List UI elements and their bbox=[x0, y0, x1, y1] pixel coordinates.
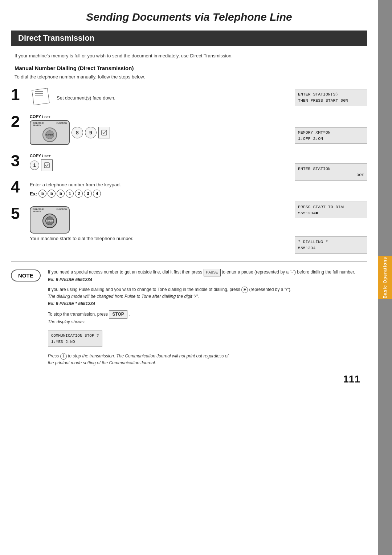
step-1-content: Set document(s) face down. bbox=[30, 85, 287, 106]
stop-key: STOP bbox=[109, 310, 127, 319]
sidebar-highlight: Basic Operations bbox=[378, 256, 392, 299]
steps-right: ENTER STATION(S) THEN PRESS START 00% ME… bbox=[295, 85, 367, 254]
machine-step5: DIRECTORYSEARCH FUNCTION START bbox=[30, 206, 70, 234]
document-icon bbox=[30, 88, 52, 106]
intro-text: If your machine's memory is full or you … bbox=[0, 53, 378, 65]
step-2: 2 COPY / SET DIRECTORYSEARCH FUNCTION bbox=[11, 112, 287, 145]
lcd-step1: ENTER STATION(S) THEN PRESS START 00% bbox=[295, 89, 367, 106]
step-4-content: Enter a telephone number from the keypad… bbox=[30, 178, 287, 198]
circle-1-icon: 1 bbox=[60, 353, 67, 360]
dial-ring: START bbox=[42, 127, 57, 142]
sub-intro: To dial the telephone number manually, f… bbox=[0, 74, 378, 85]
machine-label-dir: DIRECTORYSEARCH bbox=[33, 122, 44, 126]
step-5-text: Your machine starts to dial the telephon… bbox=[30, 236, 287, 241]
ex-pause-1: Ex: 9 PAUSE 5551234 bbox=[48, 277, 93, 282]
note-item-3: To stop the transmission, press STOP . T… bbox=[48, 310, 367, 325]
svg-rect-1 bbox=[44, 163, 49, 168]
note-2-italic1: The dialling mode will be changed from P… bbox=[48, 294, 199, 299]
step-2-number: 2 bbox=[11, 114, 30, 130]
step-5-content: DIRECTORYSEARCH FUNCTION START Your mach… bbox=[30, 204, 287, 241]
lcd-step4: PRESS START TO DIAL 5551234■ bbox=[295, 202, 367, 219]
step-1: 1 Set document(s) face down. bbox=[11, 85, 287, 106]
note-item-1: If you need a special access number to g… bbox=[48, 269, 367, 284]
step-4-ex-digits: 5 5 5 1 2 3 4 bbox=[38, 190, 101, 198]
machine-label-func: FUNCTION bbox=[57, 122, 67, 126]
machine5-func-label: FUNCTION bbox=[57, 208, 67, 212]
ex-digit-3: 3 bbox=[84, 190, 92, 198]
key-set[interactable] bbox=[98, 127, 110, 138]
step-3-content: COPY / SET 1 bbox=[30, 151, 287, 171]
ex-pause-2: Ex: 9 PAUSE * 5551234 bbox=[48, 301, 95, 306]
machine5-dir-label: DIRECTORYSEARCH bbox=[33, 208, 44, 212]
page-number: 111 bbox=[0, 370, 378, 392]
page-title: Sending Documents via Telephone Line bbox=[0, 0, 378, 31]
lcd-step3: ENTER STATION 00% bbox=[295, 163, 367, 181]
subsection-title: Manual Number Dialling (Direct Transmiss… bbox=[0, 65, 378, 74]
step-3: 3 COPY / SET 1 bbox=[11, 151, 287, 171]
key-9[interactable]: 9 bbox=[85, 127, 97, 138]
lcd-step2: MEMORY XMT=ON 1:OFF 2:ON bbox=[295, 127, 367, 144]
step-4: 4 Enter a telephone number from the keyp… bbox=[11, 178, 287, 198]
comm-stop-lcd: COMMUNICATION STOP ? 1:YES 2:NO bbox=[48, 331, 102, 347]
divider bbox=[11, 261, 367, 262]
note-content: If you need a special access number to g… bbox=[48, 269, 367, 370]
section-header: Direct Transmission bbox=[11, 31, 367, 46]
step-1-text: Set document(s) face down. bbox=[57, 95, 115, 101]
steps-left: 1 Set document(s) face down. bbox=[11, 85, 295, 254]
svg-rect-0 bbox=[102, 130, 107, 135]
note-label: NOTE bbox=[11, 270, 41, 281]
key-set-3[interactable] bbox=[41, 159, 53, 171]
ex-digit-4: 4 bbox=[93, 190, 101, 198]
lcd-step5: * DIALLING * 5551234 bbox=[295, 236, 367, 254]
step-4-text: Enter a telephone number from the keypad… bbox=[30, 182, 287, 187]
step-3-keys: 1 bbox=[30, 159, 287, 171]
note-final: Press 1 to stop the transmission. The Co… bbox=[48, 353, 367, 366]
key-1[interactable]: 1 bbox=[30, 161, 39, 170]
machine5-dial: START bbox=[42, 214, 57, 228]
ex-digit-5c: 5 bbox=[57, 190, 65, 198]
sidebar-tab: Basic Operations bbox=[378, 0, 392, 555]
step-4-ex-label: Ex: bbox=[30, 191, 37, 197]
sidebar-label: Basic Operations bbox=[383, 257, 388, 299]
note-3-italic: The display shows: bbox=[48, 319, 85, 324]
machine-step2: DIRECTORYSEARCH FUNCTION START bbox=[30, 120, 70, 145]
dial-center: START bbox=[45, 130, 54, 139]
ex-digit-5b: 5 bbox=[48, 190, 56, 198]
step-5: 5 DIRECTORYSEARCH FUNCTION START bbox=[11, 204, 287, 241]
key-8[interactable]: 8 bbox=[72, 127, 83, 138]
ex-digit-1: 1 bbox=[66, 190, 74, 198]
step-2-label: COPY / SET bbox=[30, 114, 287, 119]
ex-digit-5a: 5 bbox=[38, 190, 46, 198]
step-3-label: COPY / SET bbox=[30, 154, 287, 158]
step-4-number: 4 bbox=[11, 179, 30, 195]
machine5-start: START bbox=[45, 216, 54, 225]
step-2-content: COPY / SET DIRECTORYSEARCH FUNCTION bbox=[30, 112, 287, 145]
step-2-keys: DIRECTORYSEARCH FUNCTION START bbox=[30, 120, 287, 145]
step-5-number: 5 bbox=[11, 206, 30, 222]
star-button-icon: ✱ bbox=[241, 287, 248, 293]
step-3-number: 3 bbox=[11, 153, 30, 169]
pause-key: PAUSE bbox=[204, 269, 221, 277]
note-section: NOTE If you need a special access number… bbox=[0, 269, 378, 370]
step-1-number: 1 bbox=[11, 87, 30, 103]
note-item-2: If you are using Pulse dialling and you … bbox=[48, 286, 367, 307]
ex-digit-2: 2 bbox=[75, 190, 83, 198]
steps-area: 1 Set document(s) face down. bbox=[0, 85, 378, 254]
